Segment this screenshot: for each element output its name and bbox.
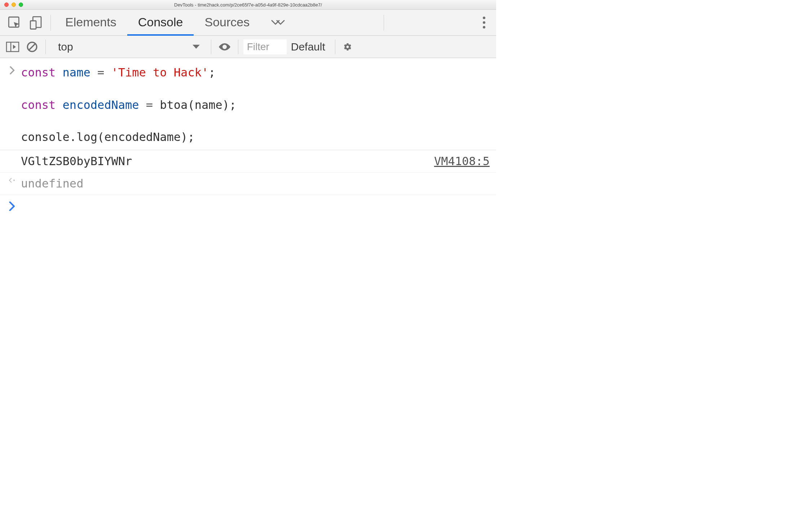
- tab-elements[interactable]: Elements: [54, 10, 127, 36]
- log-value: VGltZSB0byBIYWNr: [21, 153, 434, 169]
- console-body: const name = 'Time to Hack'; const encod…: [0, 58, 496, 216]
- console-log-row: VGltZSB0byBIYWNr VM4108:5: [0, 150, 496, 173]
- svg-line-6: [29, 44, 35, 50]
- maximize-window-button[interactable]: [19, 3, 23, 7]
- filter-input[interactable]: Filter: [243, 39, 287, 54]
- filter-placeholder: Filter: [247, 41, 269, 53]
- separator: [45, 40, 46, 54]
- log-levels-select[interactable]: Default: [288, 41, 331, 53]
- live-expression-icon[interactable]: [215, 36, 234, 58]
- svg-rect-2: [30, 21, 36, 29]
- console-return-row: undefined: [0, 173, 496, 195]
- context-label: top: [58, 41, 73, 53]
- minimize-window-button[interactable]: [12, 3, 16, 7]
- console-filterbar: top Filter Default: [0, 36, 496, 58]
- device-toolbar-icon[interactable]: [25, 10, 47, 36]
- separator: [335, 40, 335, 54]
- clear-console-icon[interactable]: [22, 36, 42, 58]
- input-prompt-icon: [4, 65, 21, 75]
- return-icon: [4, 176, 21, 184]
- close-window-button[interactable]: [4, 3, 9, 7]
- settings-icon[interactable]: [339, 36, 358, 58]
- separator: [50, 15, 51, 31]
- inspect-element-icon[interactable]: [4, 10, 25, 36]
- tab-console[interactable]: Console: [127, 10, 194, 36]
- return-value: undefined: [21, 176, 490, 192]
- chevron-down-icon: [192, 44, 200, 49]
- window-title: DevTools - time2hack.com/p/2ce65f7e-a05d…: [0, 2, 496, 8]
- svg-point-7: [13, 180, 15, 181]
- devtools-tabbar: Elements Console Sources: [0, 10, 496, 36]
- console-input-code: const name = 'Time to Hack'; const encod…: [21, 65, 490, 145]
- more-tabs-icon[interactable]: [260, 18, 296, 27]
- prompt-icon: [4, 200, 21, 211]
- execution-context-select[interactable]: top: [49, 36, 207, 58]
- window-titlebar: DevTools - time2hack.com/p/2ce65f7e-a05d…: [0, 0, 496, 10]
- toggle-sidebar-icon[interactable]: [3, 36, 22, 58]
- console-input-row[interactable]: const name = 'Time to Hack'; const encod…: [0, 58, 496, 150]
- console-prompt-row[interactable]: [0, 195, 496, 216]
- separator: [211, 40, 211, 54]
- svg-rect-3: [6, 42, 19, 52]
- separator: [384, 15, 384, 31]
- kebab-menu-icon[interactable]: [476, 17, 493, 28]
- tab-sources[interactable]: Sources: [194, 10, 260, 36]
- log-gutter: [4, 153, 21, 155]
- log-source-link[interactable]: VM4108:5: [434, 153, 490, 169]
- traffic-lights: [4, 3, 23, 7]
- separator: [238, 40, 238, 54]
